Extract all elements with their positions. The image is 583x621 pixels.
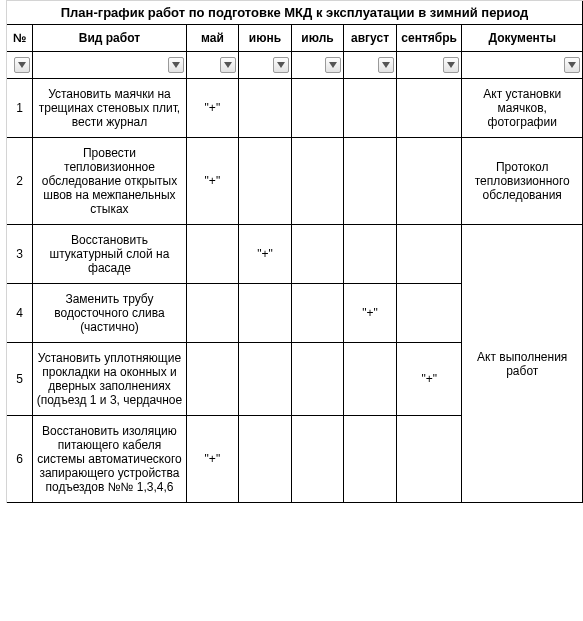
cell-num: 1 xyxy=(7,79,33,138)
col-header-num: № xyxy=(7,25,33,52)
col-header-aug: август xyxy=(344,25,397,52)
cell-num: 5 xyxy=(7,343,33,416)
cell-may: "+" xyxy=(186,79,239,138)
cell-jun xyxy=(239,284,292,343)
col-header-jun: июнь xyxy=(239,25,292,52)
cell-sep xyxy=(396,79,462,138)
cell-jun xyxy=(239,79,292,138)
cell-work: Восстановить изоляцию питающего кабеля с… xyxy=(33,416,186,503)
cell-jul xyxy=(291,79,344,138)
filter-button-may[interactable] xyxy=(220,57,236,73)
cell-sep xyxy=(396,416,462,503)
cell-work: Установить уплотняющие прокладки на окон… xyxy=(33,343,186,416)
cell-aug xyxy=(344,225,397,284)
table-row: 2Провести тепловизионное обследование от… xyxy=(0,138,583,225)
cell-doc: Протокол тепловизионного обследования xyxy=(462,138,583,225)
cell-sep xyxy=(396,284,462,343)
col-header-sep: сентябрь xyxy=(396,25,462,52)
cell-may xyxy=(186,225,239,284)
col-header-work: Вид работ xyxy=(33,25,186,52)
cell-jun xyxy=(239,416,292,503)
cell-jul xyxy=(291,138,344,225)
cell-may: "+" xyxy=(186,416,239,503)
cell-work: Заменить трубу водосточного слива (части… xyxy=(33,284,186,343)
cell-jul xyxy=(291,225,344,284)
table-row: 3Восстановить штукатурный слой на фасаде… xyxy=(0,225,583,284)
page-title: План-график работ по подготовке МКД к эк… xyxy=(7,1,583,25)
filter-button-sep[interactable] xyxy=(443,57,459,73)
cell-num: 3 xyxy=(7,225,33,284)
cell-aug xyxy=(344,343,397,416)
cell-jun: "+" xyxy=(239,225,292,284)
schedule-table: План-график работ по подготовке МКД к эк… xyxy=(0,0,583,503)
cell-work: Восстановить штукатурный слой на фасаде xyxy=(33,225,186,284)
cell-may xyxy=(186,343,239,416)
filter-button-jun[interactable] xyxy=(273,57,289,73)
cell-aug: "+" xyxy=(344,284,397,343)
cell-aug xyxy=(344,79,397,138)
filter-button-work[interactable] xyxy=(168,57,184,73)
cell-doc: Акт выполнения работ xyxy=(462,225,583,503)
col-header-doc: Документы xyxy=(462,25,583,52)
col-header-may: май xyxy=(186,25,239,52)
cell-work: Провести тепловизионное обследование отк… xyxy=(33,138,186,225)
table-row: 1Установить маячки на трещинах стеновых … xyxy=(0,79,583,138)
cell-num: 2 xyxy=(7,138,33,225)
cell-num: 6 xyxy=(7,416,33,503)
cell-sep xyxy=(396,138,462,225)
cell-aug xyxy=(344,416,397,503)
cell-jul xyxy=(291,416,344,503)
header-row: № Вид работ май июнь июль август сентябр… xyxy=(0,25,583,52)
filter-button-doc[interactable] xyxy=(564,57,580,73)
col-header-jul: июль xyxy=(291,25,344,52)
cell-sep xyxy=(396,225,462,284)
cell-num: 4 xyxy=(7,284,33,343)
cell-doc: Акт установки маячков, фотографии xyxy=(462,79,583,138)
cell-may xyxy=(186,284,239,343)
filter-button-num[interactable] xyxy=(14,57,30,73)
cell-jul xyxy=(291,284,344,343)
cell-jun xyxy=(239,138,292,225)
filter-row xyxy=(0,52,583,79)
filter-button-jul[interactable] xyxy=(325,57,341,73)
cell-jun xyxy=(239,343,292,416)
cell-work: Установить маячки на трещинах стеновых п… xyxy=(33,79,186,138)
cell-sep: "+" xyxy=(396,343,462,416)
cell-may: "+" xyxy=(186,138,239,225)
cell-aug xyxy=(344,138,397,225)
cell-jul xyxy=(291,343,344,416)
filter-button-aug[interactable] xyxy=(378,57,394,73)
